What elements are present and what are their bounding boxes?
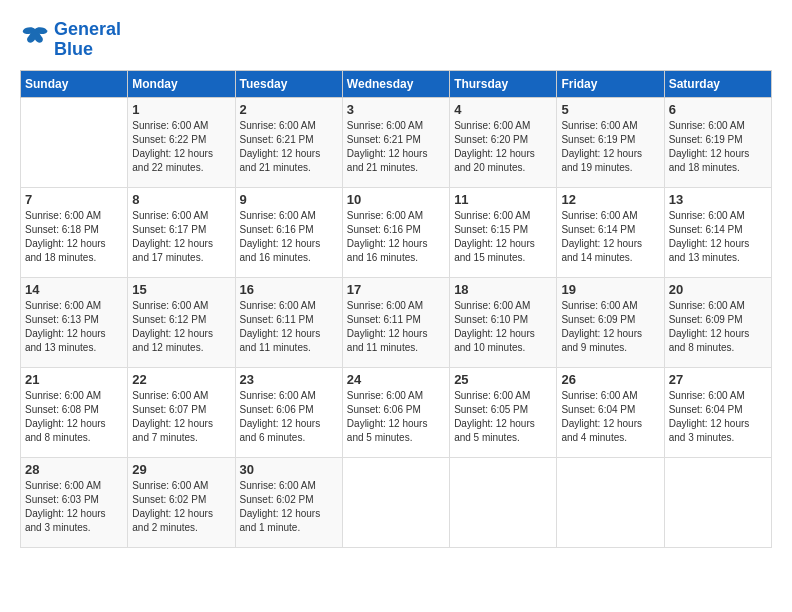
header-wednesday: Wednesday bbox=[342, 70, 449, 97]
header-tuesday: Tuesday bbox=[235, 70, 342, 97]
calendar-header-row: SundayMondayTuesdayWednesdayThursdayFrid… bbox=[21, 70, 772, 97]
day-cell: 30Sunrise: 6:00 AM Sunset: 6:02 PM Dayli… bbox=[235, 457, 342, 547]
day-cell: 6Sunrise: 6:00 AM Sunset: 6:19 PM Daylig… bbox=[664, 97, 771, 187]
day-info: Sunrise: 6:00 AM Sunset: 6:12 PM Dayligh… bbox=[132, 299, 230, 355]
day-info: Sunrise: 6:00 AM Sunset: 6:16 PM Dayligh… bbox=[240, 209, 338, 265]
day-cell: 23Sunrise: 6:00 AM Sunset: 6:06 PM Dayli… bbox=[235, 367, 342, 457]
week-row-5: 28Sunrise: 6:00 AM Sunset: 6:03 PM Dayli… bbox=[21, 457, 772, 547]
day-info: Sunrise: 6:00 AM Sunset: 6:09 PM Dayligh… bbox=[561, 299, 659, 355]
day-number: 8 bbox=[132, 192, 230, 207]
day-number: 7 bbox=[25, 192, 123, 207]
day-info: Sunrise: 6:00 AM Sunset: 6:11 PM Dayligh… bbox=[240, 299, 338, 355]
day-info: Sunrise: 6:00 AM Sunset: 6:10 PM Dayligh… bbox=[454, 299, 552, 355]
day-info: Sunrise: 6:00 AM Sunset: 6:08 PM Dayligh… bbox=[25, 389, 123, 445]
day-cell: 5Sunrise: 6:00 AM Sunset: 6:19 PM Daylig… bbox=[557, 97, 664, 187]
day-number: 24 bbox=[347, 372, 445, 387]
day-cell: 16Sunrise: 6:00 AM Sunset: 6:11 PM Dayli… bbox=[235, 277, 342, 367]
logo-text-blue: Blue bbox=[54, 40, 121, 60]
day-cell bbox=[342, 457, 449, 547]
day-cell: 9Sunrise: 6:00 AM Sunset: 6:16 PM Daylig… bbox=[235, 187, 342, 277]
day-cell: 8Sunrise: 6:00 AM Sunset: 6:17 PM Daylig… bbox=[128, 187, 235, 277]
day-info: Sunrise: 6:00 AM Sunset: 6:06 PM Dayligh… bbox=[347, 389, 445, 445]
day-cell bbox=[450, 457, 557, 547]
calendar-table: SundayMondayTuesdayWednesdayThursdayFrid… bbox=[20, 70, 772, 548]
day-cell: 17Sunrise: 6:00 AM Sunset: 6:11 PM Dayli… bbox=[342, 277, 449, 367]
day-info: Sunrise: 6:00 AM Sunset: 6:06 PM Dayligh… bbox=[240, 389, 338, 445]
day-cell: 13Sunrise: 6:00 AM Sunset: 6:14 PM Dayli… bbox=[664, 187, 771, 277]
day-info: Sunrise: 6:00 AM Sunset: 6:13 PM Dayligh… bbox=[25, 299, 123, 355]
week-row-3: 14Sunrise: 6:00 AM Sunset: 6:13 PM Dayli… bbox=[21, 277, 772, 367]
day-number: 19 bbox=[561, 282, 659, 297]
day-number: 25 bbox=[454, 372, 552, 387]
day-info: Sunrise: 6:00 AM Sunset: 6:09 PM Dayligh… bbox=[669, 299, 767, 355]
day-info: Sunrise: 6:00 AM Sunset: 6:22 PM Dayligh… bbox=[132, 119, 230, 175]
day-number: 21 bbox=[25, 372, 123, 387]
day-cell: 2Sunrise: 6:00 AM Sunset: 6:21 PM Daylig… bbox=[235, 97, 342, 187]
day-number: 18 bbox=[454, 282, 552, 297]
day-cell: 3Sunrise: 6:00 AM Sunset: 6:21 PM Daylig… bbox=[342, 97, 449, 187]
day-cell: 20Sunrise: 6:00 AM Sunset: 6:09 PM Dayli… bbox=[664, 277, 771, 367]
calendar-body: 1Sunrise: 6:00 AM Sunset: 6:22 PM Daylig… bbox=[21, 97, 772, 547]
day-info: Sunrise: 6:00 AM Sunset: 6:02 PM Dayligh… bbox=[132, 479, 230, 535]
day-number: 17 bbox=[347, 282, 445, 297]
header-friday: Friday bbox=[557, 70, 664, 97]
day-number: 30 bbox=[240, 462, 338, 477]
day-cell: 21Sunrise: 6:00 AM Sunset: 6:08 PM Dayli… bbox=[21, 367, 128, 457]
day-number: 23 bbox=[240, 372, 338, 387]
day-info: Sunrise: 6:00 AM Sunset: 6:16 PM Dayligh… bbox=[347, 209, 445, 265]
day-number: 14 bbox=[25, 282, 123, 297]
day-number: 9 bbox=[240, 192, 338, 207]
day-cell: 10Sunrise: 6:00 AM Sunset: 6:16 PM Dayli… bbox=[342, 187, 449, 277]
day-cell: 14Sunrise: 6:00 AM Sunset: 6:13 PM Dayli… bbox=[21, 277, 128, 367]
day-number: 28 bbox=[25, 462, 123, 477]
day-info: Sunrise: 6:00 AM Sunset: 6:21 PM Dayligh… bbox=[347, 119, 445, 175]
day-number: 27 bbox=[669, 372, 767, 387]
day-cell: 28Sunrise: 6:00 AM Sunset: 6:03 PM Dayli… bbox=[21, 457, 128, 547]
day-info: Sunrise: 6:00 AM Sunset: 6:18 PM Dayligh… bbox=[25, 209, 123, 265]
day-info: Sunrise: 6:00 AM Sunset: 6:21 PM Dayligh… bbox=[240, 119, 338, 175]
page-header: General Blue bbox=[20, 20, 772, 60]
day-number: 16 bbox=[240, 282, 338, 297]
day-number: 6 bbox=[669, 102, 767, 117]
day-info: Sunrise: 6:00 AM Sunset: 6:04 PM Dayligh… bbox=[561, 389, 659, 445]
day-cell: 12Sunrise: 6:00 AM Sunset: 6:14 PM Dayli… bbox=[557, 187, 664, 277]
header-thursday: Thursday bbox=[450, 70, 557, 97]
day-info: Sunrise: 6:00 AM Sunset: 6:14 PM Dayligh… bbox=[669, 209, 767, 265]
day-cell: 15Sunrise: 6:00 AM Sunset: 6:12 PM Dayli… bbox=[128, 277, 235, 367]
day-number: 5 bbox=[561, 102, 659, 117]
day-cell bbox=[664, 457, 771, 547]
day-info: Sunrise: 6:00 AM Sunset: 6:19 PM Dayligh… bbox=[669, 119, 767, 175]
day-number: 2 bbox=[240, 102, 338, 117]
day-info: Sunrise: 6:00 AM Sunset: 6:05 PM Dayligh… bbox=[454, 389, 552, 445]
day-cell: 26Sunrise: 6:00 AM Sunset: 6:04 PM Dayli… bbox=[557, 367, 664, 457]
day-info: Sunrise: 6:00 AM Sunset: 6:20 PM Dayligh… bbox=[454, 119, 552, 175]
day-number: 22 bbox=[132, 372, 230, 387]
day-number: 1 bbox=[132, 102, 230, 117]
day-number: 10 bbox=[347, 192, 445, 207]
day-number: 3 bbox=[347, 102, 445, 117]
day-info: Sunrise: 6:00 AM Sunset: 6:19 PM Dayligh… bbox=[561, 119, 659, 175]
week-row-1: 1Sunrise: 6:00 AM Sunset: 6:22 PM Daylig… bbox=[21, 97, 772, 187]
day-cell: 25Sunrise: 6:00 AM Sunset: 6:05 PM Dayli… bbox=[450, 367, 557, 457]
day-info: Sunrise: 6:00 AM Sunset: 6:17 PM Dayligh… bbox=[132, 209, 230, 265]
logo-text-general: General bbox=[54, 20, 121, 40]
day-cell: 19Sunrise: 6:00 AM Sunset: 6:09 PM Dayli… bbox=[557, 277, 664, 367]
day-cell bbox=[21, 97, 128, 187]
day-cell: 1Sunrise: 6:00 AM Sunset: 6:22 PM Daylig… bbox=[128, 97, 235, 187]
day-info: Sunrise: 6:00 AM Sunset: 6:03 PM Dayligh… bbox=[25, 479, 123, 535]
day-cell: 29Sunrise: 6:00 AM Sunset: 6:02 PM Dayli… bbox=[128, 457, 235, 547]
day-number: 12 bbox=[561, 192, 659, 207]
day-cell: 27Sunrise: 6:00 AM Sunset: 6:04 PM Dayli… bbox=[664, 367, 771, 457]
day-number: 26 bbox=[561, 372, 659, 387]
day-info: Sunrise: 6:00 AM Sunset: 6:04 PM Dayligh… bbox=[669, 389, 767, 445]
day-cell: 22Sunrise: 6:00 AM Sunset: 6:07 PM Dayli… bbox=[128, 367, 235, 457]
day-info: Sunrise: 6:00 AM Sunset: 6:07 PM Dayligh… bbox=[132, 389, 230, 445]
logo: General Blue bbox=[20, 20, 121, 60]
day-number: 29 bbox=[132, 462, 230, 477]
logo-icon bbox=[20, 23, 50, 53]
day-cell: 18Sunrise: 6:00 AM Sunset: 6:10 PM Dayli… bbox=[450, 277, 557, 367]
header-saturday: Saturday bbox=[664, 70, 771, 97]
header-sunday: Sunday bbox=[21, 70, 128, 97]
day-cell: 7Sunrise: 6:00 AM Sunset: 6:18 PM Daylig… bbox=[21, 187, 128, 277]
day-info: Sunrise: 6:00 AM Sunset: 6:15 PM Dayligh… bbox=[454, 209, 552, 265]
